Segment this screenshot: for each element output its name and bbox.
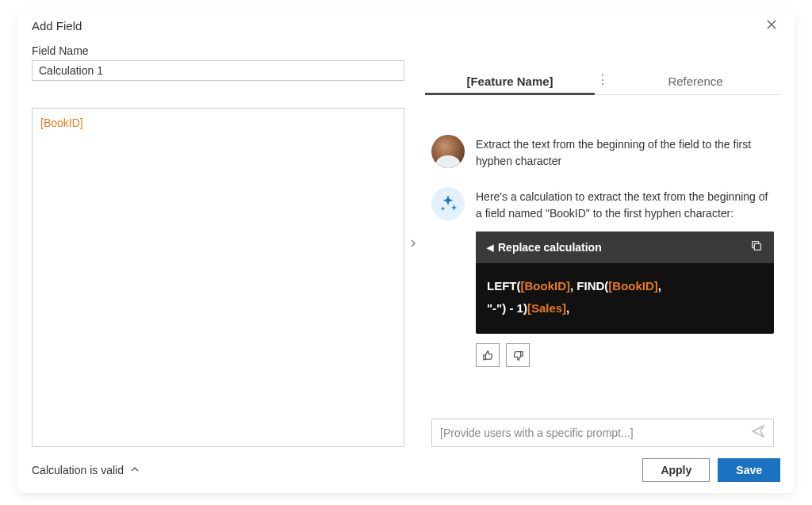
thumbs-down-button[interactable]	[506, 343, 530, 367]
tab-reference[interactable]: Reference	[611, 68, 780, 94]
svg-rect-2	[754, 243, 760, 250]
formula-editor[interactable]: [BookID]	[32, 108, 404, 447]
prompt-input[interactable]	[440, 427, 751, 439]
feedback-row	[476, 343, 774, 367]
field-name-input[interactable]	[32, 60, 404, 81]
collapse-panel-toggle[interactable]	[404, 40, 422, 447]
close-button[interactable]	[764, 17, 780, 33]
code-body: LEFT([BookID], FIND([BookID], "-") - 1)[…	[476, 263, 774, 334]
apply-button[interactable]: Apply	[642, 458, 710, 482]
ai-avatar	[431, 187, 465, 220]
copy-code-button[interactable]	[750, 239, 763, 255]
validation-text: Calculation is valid	[32, 464, 124, 476]
modal-header: Add Field	[17, 10, 795, 40]
tab-bar: [Feature Name] ⋮ Reference	[425, 68, 780, 95]
ai-message-text: Here's a calculation to extract the text…	[476, 187, 774, 222]
tab-feature[interactable]: [Feature Name]	[425, 68, 595, 94]
formula-field-token: [BookID]	[40, 117, 83, 129]
left-panel: Field Name [BookID]	[32, 40, 404, 447]
prompt-input-row	[431, 419, 774, 447]
replace-calculation-label: Replace calculation	[498, 241, 602, 254]
code-block: ◀ Replace calculation	[476, 231, 774, 334]
field-name-label: Field Name	[32, 44, 404, 57]
modal-title: Add Field	[32, 19, 82, 33]
chat-area: Extract the text from the beginning of t…	[425, 95, 780, 414]
ai-message: Here's a calculation to extract the text…	[431, 187, 774, 367]
user-message: Extract the text from the beginning of t…	[431, 135, 774, 170]
right-panel: [Feature Name] ⋮ Reference Extract the t…	[422, 40, 780, 447]
user-message-text: Extract the text from the beginning of t…	[476, 135, 774, 170]
left-arrow-icon: ◀	[487, 243, 493, 253]
add-field-modal: Add Field Field Name [BookID] [Feature N…	[17, 10, 795, 493]
save-button[interactable]: Save	[718, 458, 780, 482]
tab-more-menu[interactable]: ⋮	[595, 72, 611, 90]
thumbs-up-button[interactable]	[476, 343, 500, 367]
modal-body: Field Name [BookID] [Feature Name] ⋮ Ref…	[17, 40, 795, 447]
send-button[interactable]	[751, 424, 765, 442]
modal-footer: Calculation is valid Apply Save	[17, 447, 795, 493]
footer-buttons: Apply Save	[642, 458, 780, 482]
chevron-up-icon	[130, 464, 140, 476]
code-header: ◀ Replace calculation	[476, 231, 774, 263]
user-avatar	[431, 135, 465, 168]
replace-calculation-button[interactable]: ◀ Replace calculation	[487, 241, 602, 254]
ai-message-body: Here's a calculation to extract the text…	[476, 187, 774, 367]
validation-status[interactable]: Calculation is valid	[32, 464, 140, 476]
